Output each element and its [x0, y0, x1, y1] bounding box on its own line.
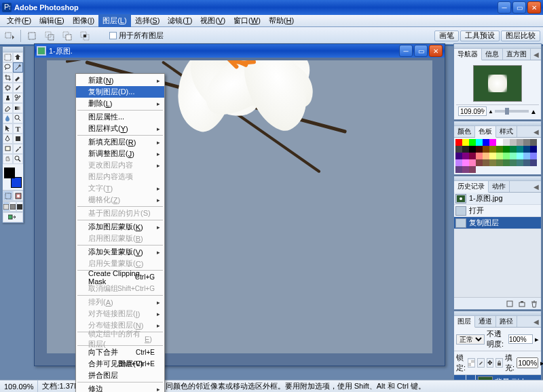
swatch[interactable]: [483, 153, 489, 159]
pen-tool[interactable]: [3, 134, 13, 144]
menu-item[interactable]: 删除(L): [76, 98, 164, 109]
selection-new-icon[interactable]: [25, 30, 39, 42]
move-tool[interactable]: [13, 52, 23, 62]
gradient-tool[interactable]: [13, 103, 23, 113]
swatch[interactable]: [469, 139, 476, 146]
history-snapshot[interactable]: 1-原图.jpg: [454, 193, 541, 205]
quickmask-mode-icon[interactable]: [13, 191, 23, 201]
hand-tool[interactable]: [3, 154, 13, 164]
delete-state-icon[interactable]: [529, 299, 540, 309]
stamp-tool[interactable]: [3, 93, 13, 103]
swatch[interactable]: [523, 146, 530, 153]
screen-full-icon[interactable]: [16, 201, 23, 212]
navigator-thumbnail[interactable]: [473, 65, 522, 102]
lock-all-icon[interactable]: [495, 358, 503, 368]
menu-帮助[interactable]: 帮助(H): [265, 14, 298, 27]
menu-item[interactable]: 拼合图层: [76, 370, 164, 381]
notes-tool[interactable]: [3, 144, 13, 154]
lock-pixels-icon[interactable]: [477, 358, 485, 368]
swatch[interactable]: [455, 166, 462, 173]
swatch[interactable]: [530, 159, 537, 166]
maximize-button[interactable]: ▭: [512, 1, 526, 14]
zoom-tool[interactable]: [13, 154, 23, 164]
brush-tool[interactable]: [13, 83, 23, 93]
tab-图层[interactable]: 图层: [454, 316, 475, 328]
tab-色板[interactable]: 色板: [475, 126, 496, 138]
blend-mode-select[interactable]: 正常: [456, 334, 485, 345]
eyedropper-tool[interactable]: [13, 144, 23, 154]
swatch[interactable]: [503, 153, 510, 159]
blur-tool[interactable]: [3, 113, 13, 123]
panel-menu-icon[interactable]: ◀: [531, 126, 541, 137]
swatch[interactable]: [469, 166, 476, 173]
swatch[interactable]: [462, 146, 469, 153]
swatch[interactable]: [469, 146, 476, 153]
opacity-flyout-icon[interactable]: ▸: [535, 335, 539, 344]
lasso-tool[interactable]: [3, 62, 13, 73]
swatch[interactable]: [476, 153, 483, 159]
menu-item[interactable]: 向下合并Ctrl+E: [76, 347, 164, 358]
path-select-tool[interactable]: [3, 123, 13, 134]
menu-item[interactable]: 添加矢量蒙版(V): [76, 246, 164, 258]
swatch[interactable]: [462, 153, 469, 159]
tool-preset-icon[interactable]: [3, 30, 16, 42]
opacity-input[interactable]: [508, 334, 533, 344]
swatch[interactable]: [530, 153, 537, 159]
swatch[interactable]: [517, 159, 523, 166]
swatch[interactable]: [517, 139, 523, 146]
panel-menu-icon[interactable]: ◀: [531, 49, 541, 60]
new-doc-from-state-icon[interactable]: [504, 299, 515, 309]
panel-menu-icon[interactable]: ◀: [531, 316, 541, 327]
lock-position-icon[interactable]: ✥: [487, 358, 493, 368]
swatch[interactable]: [462, 159, 469, 166]
fill-flyout-icon[interactable]: ▸: [540, 359, 543, 368]
swatch[interactable]: [476, 139, 483, 146]
tab-样式[interactable]: 样式: [496, 126, 517, 137]
swatch[interactable]: [496, 139, 503, 146]
doc-maximize-button[interactable]: ▭: [414, 45, 428, 57]
standard-mode-icon[interactable]: [3, 191, 13, 201]
swatch[interactable]: [523, 153, 530, 159]
palette-well-画笔[interactable]: 画笔: [434, 31, 459, 41]
menu-item[interactable]: 新调整图层(J): [76, 148, 164, 159]
foreground-color[interactable]: [4, 168, 15, 178]
marquee-tool[interactable]: [3, 52, 13, 62]
menu-item[interactable]: 添加图层蒙版(K): [76, 221, 164, 233]
menu-窗口[interactable]: 窗口(W): [229, 14, 265, 27]
menu-item[interactable]: 合并可见图层(V)Shift+Ctrl+E: [76, 358, 164, 370]
selection-sub-icon[interactable]: [60, 30, 74, 42]
history-entry[interactable]: 打开: [454, 205, 541, 217]
color-swatches[interactable]: [3, 166, 23, 189]
swatch[interactable]: [469, 159, 476, 166]
swatch[interactable]: [517, 153, 523, 159]
tab-颜色[interactable]: 颜色: [454, 126, 475, 137]
swatch[interactable]: [517, 146, 523, 153]
slice-tool[interactable]: [13, 73, 23, 83]
fill-input[interactable]: [517, 357, 538, 368]
tab-路径[interactable]: 路径: [496, 316, 517, 327]
history-entry[interactable]: 复制图层: [454, 217, 541, 229]
menu-图像[interactable]: 图像(I): [69, 14, 98, 27]
swatch[interactable]: [483, 139, 489, 146]
panel-menu-icon[interactable]: ◀: [531, 181, 541, 192]
swatch[interactable]: [523, 139, 530, 146]
doc-close-button[interactable]: ✕: [429, 45, 443, 57]
tab-动作[interactable]: 动作: [489, 181, 510, 192]
swatch[interactable]: [503, 139, 510, 146]
swatch[interactable]: [476, 146, 483, 153]
swatch[interactable]: [523, 159, 530, 166]
swatch[interactable]: [476, 159, 483, 166]
zoom-input[interactable]: [458, 106, 487, 116]
tab-导航器[interactable]: 导航器: [454, 49, 482, 60]
jump-to-imageready-icon[interactable]: [3, 212, 23, 222]
new-snapshot-icon[interactable]: [517, 299, 527, 309]
palette-well-工具预设[interactable]: 工具预设: [460, 31, 500, 41]
swatch[interactable]: [455, 159, 462, 166]
menu-item[interactable]: 复制图层(D)...: [76, 86, 164, 98]
screen-full-menu-icon[interactable]: [10, 201, 16, 212]
menu-item[interactable]: 图层属性...: [76, 111, 164, 123]
palette-well-图层比较[interactable]: 图层比较: [501, 31, 540, 41]
close-button[interactable]: ✕: [527, 1, 541, 14]
menu-item[interactable]: 新建(N): [76, 75, 164, 86]
swatch[interactable]: [503, 146, 510, 153]
